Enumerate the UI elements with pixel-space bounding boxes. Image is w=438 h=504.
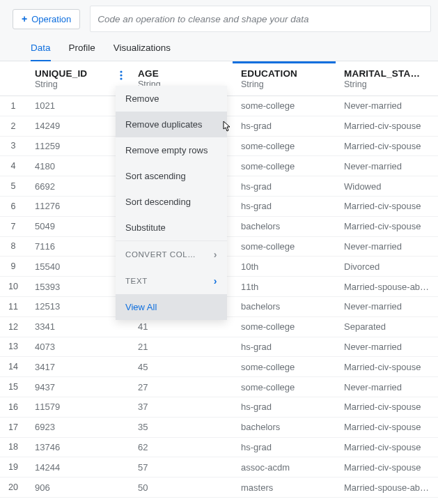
row-number: 18 bbox=[0, 438, 26, 458]
cell-marital[interactable]: Married-civ-spouse bbox=[336, 438, 438, 458]
cell-age[interactable]: 50 bbox=[130, 478, 233, 498]
cell-unique_id[interactable]: 14244 bbox=[26, 457, 130, 478]
chevron-right-icon: › bbox=[214, 275, 217, 287]
menu-item-remove[interactable]: Remove bbox=[116, 86, 227, 112]
cell-unique_id[interactable]: 14249 bbox=[26, 116, 130, 137]
tab-visualizations[interactable]: Visualizations bbox=[114, 43, 171, 61]
cell-marital[interactable]: Never-married bbox=[336, 96, 438, 116]
cell-unique_id[interactable]: 7116 bbox=[26, 237, 130, 257]
cell-age[interactable]: 45 bbox=[130, 357, 233, 377]
cell-marital[interactable]: Married-civ-spouse bbox=[336, 418, 438, 438]
cell-unique_id[interactable]: 11276 bbox=[26, 197, 130, 217]
tabs: DataProfileVisualizations bbox=[0, 33, 438, 61]
cell-education[interactable]: some-college bbox=[233, 237, 336, 257]
cell-education[interactable]: assoc-acdm bbox=[233, 457, 336, 478]
cell-education[interactable]: bachelors bbox=[233, 418, 336, 438]
cell-marital[interactable]: Never-married bbox=[336, 237, 438, 257]
cell-unique_id[interactable]: 11259 bbox=[26, 137, 130, 157]
cell-unique_id[interactable]: 1021 bbox=[26, 96, 130, 116]
cell-marital[interactable]: Separated bbox=[336, 317, 438, 337]
column-header-unique-id[interactable]: UNIQUE_IDString bbox=[26, 61, 130, 96]
row-number: 12 bbox=[0, 317, 26, 337]
column-name: MARITAL_STA… bbox=[344, 68, 433, 79]
cell-age[interactable]: 57 bbox=[130, 457, 233, 478]
cell-unique_id[interactable]: 4180 bbox=[26, 156, 130, 176]
cell-education[interactable]: some-college bbox=[233, 156, 336, 176]
cell-age[interactable]: 21 bbox=[130, 337, 233, 358]
svg-point-0 bbox=[120, 70, 122, 72]
cell-marital[interactable]: Never-married bbox=[336, 156, 438, 176]
cell-unique_id[interactable]: 13746 bbox=[26, 438, 130, 458]
cell-marital[interactable]: Widowed bbox=[336, 176, 438, 197]
row-number: 11 bbox=[0, 297, 26, 317]
cell-age[interactable]: 37 bbox=[130, 397, 233, 418]
cell-marital[interactable]: Married-civ-spouse bbox=[336, 397, 438, 418]
cell-education[interactable]: hs-grad bbox=[233, 337, 336, 358]
cell-unique_id[interactable]: 3417 bbox=[26, 357, 130, 377]
row-number: 8 bbox=[0, 237, 26, 257]
menu-item-remove-empty-rows[interactable]: Remove empty rows bbox=[116, 137, 227, 163]
cell-marital[interactable]: Married-civ-spouse bbox=[336, 357, 438, 377]
cell-education[interactable]: 11th bbox=[233, 277, 336, 297]
menu-item-label: Remove bbox=[125, 93, 159, 104]
column-menu-icon[interactable] bbox=[116, 70, 127, 81]
operation-button[interactable]: + Operation bbox=[13, 9, 80, 29]
cell-education[interactable]: masters bbox=[233, 478, 336, 498]
cell-education[interactable]: hs-grad bbox=[233, 397, 336, 418]
cell-unique_id[interactable]: 6692 bbox=[26, 176, 130, 197]
cell-education[interactable]: some-college bbox=[233, 137, 336, 157]
cell-education[interactable]: 10th bbox=[233, 257, 336, 277]
menu-item-sort-ascending[interactable]: Sort ascending bbox=[116, 163, 227, 189]
row-number: 4 bbox=[0, 156, 26, 176]
cell-education[interactable]: hs-grad bbox=[233, 116, 336, 137]
menu-item-substitute[interactable]: Substitute bbox=[116, 215, 227, 240]
cell-marital[interactable]: Married-civ-spouse bbox=[336, 457, 438, 478]
cell-education[interactable]: some-college bbox=[233, 317, 336, 337]
column-header-education[interactable]: EDUCATIONString bbox=[233, 61, 336, 96]
cell-age[interactable]: 62 bbox=[130, 438, 233, 458]
menu-item-text[interactable]: TEXT› bbox=[116, 268, 227, 294]
cell-education[interactable]: hs-grad bbox=[233, 197, 336, 217]
cell-age[interactable]: 35 bbox=[130, 418, 233, 438]
cell-marital[interactable]: Married-civ-spouse bbox=[336, 217, 438, 237]
cell-unique_id[interactable]: 15393 bbox=[26, 277, 130, 297]
cell-marital[interactable]: Never-married bbox=[336, 297, 438, 317]
menu-item-view-all[interactable]: View All bbox=[116, 294, 227, 320]
cell-marital[interactable]: Never-married bbox=[336, 337, 438, 358]
cell-age[interactable]: 41 bbox=[130, 317, 233, 337]
cell-education[interactable]: bachelors bbox=[233, 217, 336, 237]
cell-unique_id[interactable]: 9437 bbox=[26, 377, 130, 397]
cell-marital[interactable]: Married-civ-spouse bbox=[336, 137, 438, 157]
cell-education[interactable]: some-college bbox=[233, 377, 336, 397]
cell-marital[interactable]: Married-spouse-ab… bbox=[336, 478, 438, 498]
menu-item-sort-descending[interactable]: Sort descending bbox=[116, 189, 227, 215]
cell-education[interactable]: bachelors bbox=[233, 297, 336, 317]
operation-input[interactable]: Code an operation to cleanse and shape y… bbox=[90, 6, 431, 32]
tab-profile[interactable]: Profile bbox=[69, 43, 95, 61]
cell-education[interactable]: some-college bbox=[233, 96, 336, 116]
cell-marital[interactable]: Married-civ-spouse bbox=[336, 197, 438, 217]
cell-marital[interactable]: Married-civ-spouse bbox=[336, 116, 438, 137]
cell-age[interactable]: 27 bbox=[130, 377, 233, 397]
cell-education[interactable]: some-college bbox=[233, 357, 336, 377]
cell-unique_id[interactable]: 15540 bbox=[26, 257, 130, 277]
cell-unique_id[interactable]: 11579 bbox=[26, 397, 130, 418]
cell-marital[interactable]: Married-spouse-ab… bbox=[336, 277, 438, 297]
cell-education[interactable]: hs-grad bbox=[233, 438, 336, 458]
cell-education[interactable]: hs-grad bbox=[233, 176, 336, 197]
cell-marital[interactable]: Never-married bbox=[336, 377, 438, 397]
menu-item-label: Sort ascending bbox=[125, 171, 186, 181]
row-number: 2 bbox=[0, 116, 26, 137]
cell-unique_id[interactable]: 12513 bbox=[26, 297, 130, 317]
cell-unique_id[interactable]: 6923 bbox=[26, 418, 130, 438]
column-header-marital-sta-[interactable]: MARITAL_STA…String bbox=[336, 61, 438, 96]
cell-marital[interactable]: Divorced bbox=[336, 257, 438, 277]
menu-item-remove-duplicates[interactable]: Remove duplicates bbox=[116, 112, 227, 137]
cell-unique_id[interactable]: 4073 bbox=[26, 337, 130, 358]
menu-item-label: Remove empty rows bbox=[125, 145, 208, 155]
cell-unique_id[interactable]: 906 bbox=[26, 478, 130, 498]
tab-data[interactable]: Data bbox=[31, 43, 51, 61]
cell-unique_id[interactable]: 5049 bbox=[26, 217, 130, 237]
cell-unique_id[interactable]: 3341 bbox=[26, 317, 130, 337]
menu-item-convert-col[interactable]: CONVERT COL…› bbox=[116, 240, 227, 268]
